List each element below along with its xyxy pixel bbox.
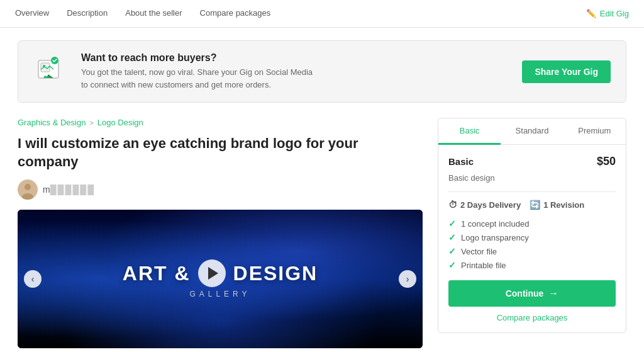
package-tabs: Basic Standard Premium — [438, 118, 626, 145]
feature-item: ✓ Logo transparency — [448, 232, 616, 242]
check-icon: ✓ — [448, 232, 456, 242]
carousel-prev-button[interactable]: ‹ — [24, 270, 42, 288]
pencil-icon: ✏️ — [586, 9, 596, 18]
tab-standard[interactable]: Standard — [501, 118, 563, 145]
delivery-label: 2 Days Delivery — [460, 200, 521, 210]
play-triangle-icon — [208, 267, 218, 280]
check-icon: ✓ — [448, 219, 456, 229]
carousel-text-before: ART & — [123, 262, 191, 285]
check-icon: ✓ — [448, 246, 456, 256]
package-features: ✓ 1 concept included ✓ Logo transparency… — [448, 219, 616, 270]
feature-label: Printable file — [461, 261, 506, 270]
carousel-next-button[interactable]: › — [399, 270, 416, 288]
revisions-label: 1 Revision — [543, 200, 584, 210]
promo-description: You got the talent, now go viral. Share … — [81, 66, 313, 91]
breadcrumb: Graphics & Design > Logo Design — [18, 118, 423, 127]
feature-item: ✓ 1 concept included — [448, 219, 616, 229]
seller-avatar — [18, 179, 38, 200]
package-price: $50 — [597, 155, 616, 168]
play-button[interactable] — [198, 259, 226, 287]
breadcrumb-separator: > — [89, 119, 93, 127]
package-description: Basic design — [448, 173, 616, 183]
promo-icon — [33, 54, 69, 89]
promo-left: Want to reach more buyers? You got the t… — [33, 52, 313, 91]
promo-banner: Want to reach more buyers? You got the t… — [18, 40, 626, 103]
package-divider — [448, 191, 616, 192]
seller-info: m██████ — [18, 179, 423, 200]
image-carousel: ART & DESIGN GALLERY ‹ › — [18, 210, 423, 348]
tab-basic[interactable]: Basic — [438, 118, 501, 145]
arrow-right-icon: → — [548, 288, 558, 299]
carousel-overlay: ART & DESIGN GALLERY — [18, 210, 423, 348]
refresh-icon: 🔄 — [530, 200, 540, 210]
feature-label: 1 concept included — [461, 219, 529, 229]
delivery-meta: ⏱ 2 Days Delivery — [448, 200, 521, 210]
main-content: Want to reach more buyers? You got the t… — [8, 28, 636, 348]
share-gig-button[interactable]: Share Your Gig — [522, 60, 611, 83]
breadcrumb-child[interactable]: Logo Design — [97, 118, 143, 127]
carousel-text-after: DESIGN — [233, 262, 318, 285]
nav-tab-about-seller[interactable]: About the seller — [125, 1, 182, 26]
nav-tab-overview[interactable]: Overview — [15, 1, 49, 26]
right-column: Basic Standard Premium Basic $50 Basic d… — [438, 118, 626, 348]
seller-name: m██████ — [43, 185, 95, 195]
content-area: Graphics & Design > Logo Design I will c… — [18, 118, 626, 348]
package-meta: ⏱ 2 Days Delivery 🔄 1 Revision — [448, 200, 616, 210]
breadcrumb-parent[interactable]: Graphics & Design — [18, 118, 86, 127]
feature-item: ✓ Printable file — [448, 260, 616, 270]
package-header: Basic $50 — [448, 155, 616, 168]
promo-text: Want to reach more buyers? You got the t… — [81, 52, 313, 91]
carousel-sub-text: GALLERY — [189, 290, 250, 298]
clock-icon: ⏱ — [448, 200, 457, 210]
nav-tabs: Overview Description About the seller Co… — [15, 1, 270, 26]
edit-gig-label: Edit Gig — [600, 9, 629, 18]
top-navigation: Overview Description About the seller Co… — [0, 0, 644, 28]
feature-item: ✓ Vector file — [448, 246, 616, 256]
nav-tab-compare-packages[interactable]: Compare packages — [200, 1, 271, 26]
check-icon: ✓ — [448, 260, 456, 270]
svg-point-5 — [25, 184, 31, 190]
package-widget: Basic Standard Premium Basic $50 Basic d… — [438, 118, 626, 333]
nav-tab-description[interactable]: Description — [67, 1, 108, 26]
left-column: Graphics & Design > Logo Design I will c… — [18, 118, 423, 348]
continue-button[interactable]: Continue → — [448, 280, 616, 307]
gig-title: I will customize an eye catching brand l… — [18, 135, 423, 171]
package-name: Basic — [448, 156, 474, 167]
feature-label: Vector file — [461, 247, 497, 256]
tab-premium[interactable]: Premium — [564, 118, 626, 145]
promo-title: Want to reach more buyers? — [81, 52, 313, 64]
edit-gig-button[interactable]: ✏️ Edit Gig — [586, 9, 629, 18]
revisions-meta: 🔄 1 Revision — [530, 200, 584, 210]
compare-packages-link[interactable]: Compare packages — [448, 313, 616, 322]
continue-label: Continue — [506, 288, 544, 298]
package-content: Basic $50 Basic design ⏱ 2 Days Delivery… — [438, 145, 626, 332]
carousel-main-text: ART & DESIGN — [123, 259, 318, 287]
feature-label: Logo transparency — [461, 233, 529, 242]
